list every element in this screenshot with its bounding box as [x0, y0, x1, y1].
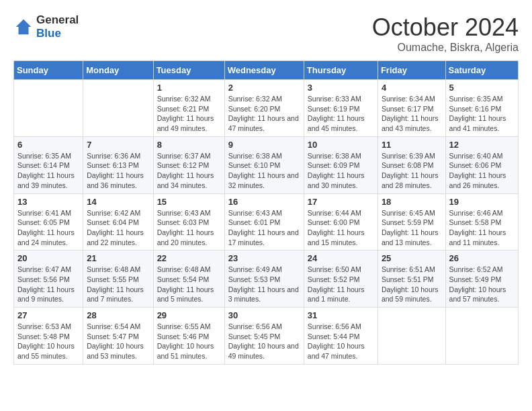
- day-number: 12: [449, 140, 515, 150]
- calendar-cell: [83, 80, 153, 137]
- day-number: 5: [449, 83, 515, 93]
- day-number: 31: [308, 310, 374, 320]
- day-number: 24: [308, 253, 374, 263]
- calendar-cell: 25Sunrise: 6:51 AM Sunset: 5:51 PM Dayli…: [378, 250, 445, 308]
- calendar-body: 1Sunrise: 6:32 AM Sunset: 6:21 PM Daylig…: [14, 80, 519, 365]
- day-number: 15: [157, 197, 221, 207]
- weekday-header-wednesday: Wednesday: [224, 61, 304, 80]
- calendar-cell: 28Sunrise: 6:54 AM Sunset: 5:47 PM Dayli…: [83, 308, 153, 365]
- location: Oumache, Biskra, Algeria: [372, 42, 519, 54]
- title-area: October 2024 Oumache, Biskra, Algeria: [372, 13, 519, 54]
- day-number: 8: [157, 140, 221, 150]
- day-number: 6: [17, 140, 79, 150]
- day-number: 9: [228, 140, 300, 150]
- day-number: 3: [308, 83, 374, 93]
- day-number: 7: [87, 140, 149, 150]
- day-number: 1: [157, 83, 221, 93]
- day-info: Sunrise: 6:37 AM Sunset: 6:12 PM Dayligh…: [157, 151, 221, 191]
- day-number: 14: [87, 197, 149, 207]
- day-info: Sunrise: 6:56 AM Sunset: 5:45 PM Dayligh…: [228, 322, 300, 361]
- calendar-week-3: 20Sunrise: 6:47 AM Sunset: 5:56 PM Dayli…: [14, 250, 519, 308]
- day-info: Sunrise: 6:43 AM Sunset: 6:03 PM Dayligh…: [157, 208, 221, 248]
- day-info: Sunrise: 6:56 AM Sunset: 5:44 PM Dayligh…: [308, 322, 374, 361]
- day-info: Sunrise: 6:48 AM Sunset: 5:54 PM Dayligh…: [157, 265, 221, 304]
- day-number: 17: [308, 197, 374, 207]
- calendar-cell: 29Sunrise: 6:55 AM Sunset: 5:46 PM Dayli…: [153, 308, 224, 365]
- calendar-cell: 22Sunrise: 6:48 AM Sunset: 5:54 PM Dayli…: [153, 250, 224, 308]
- weekday-header-friday: Friday: [378, 61, 445, 80]
- day-info: Sunrise: 6:39 AM Sunset: 6:08 PM Dayligh…: [382, 151, 442, 191]
- day-number: 23: [228, 253, 300, 263]
- weekday-header-saturday: Saturday: [445, 61, 518, 80]
- calendar-cell: 26Sunrise: 6:52 AM Sunset: 5:49 PM Dayli…: [445, 250, 518, 308]
- calendar-week-2: 13Sunrise: 6:41 AM Sunset: 6:05 PM Dayli…: [14, 193, 519, 250]
- day-number: 28: [87, 310, 149, 320]
- calendar-cell: 21Sunrise: 6:48 AM Sunset: 5:55 PM Dayli…: [83, 250, 153, 308]
- weekday-header-row: SundayMondayTuesdayWednesdayThursdayFrid…: [14, 61, 519, 80]
- calendar-cell: 10Sunrise: 6:38 AM Sunset: 6:09 PM Dayli…: [304, 136, 378, 193]
- day-number: 29: [157, 310, 221, 320]
- day-number: 26: [449, 253, 515, 263]
- day-info: Sunrise: 6:50 AM Sunset: 5:52 PM Dayligh…: [308, 265, 374, 304]
- weekday-header-monday: Monday: [83, 61, 153, 80]
- day-number: 18: [382, 197, 442, 207]
- day-info: Sunrise: 6:52 AM Sunset: 5:49 PM Dayligh…: [449, 265, 515, 304]
- calendar-cell: 5Sunrise: 6:35 AM Sunset: 6:16 PM Daylig…: [445, 80, 518, 137]
- calendar: SundayMondayTuesdayWednesdayThursdayFrid…: [13, 60, 519, 365]
- day-number: 19: [449, 197, 515, 207]
- calendar-cell: 14Sunrise: 6:42 AM Sunset: 6:04 PM Dayli…: [83, 193, 153, 250]
- calendar-cell: 2Sunrise: 6:32 AM Sunset: 6:20 PM Daylig…: [224, 80, 304, 137]
- day-info: Sunrise: 6:41 AM Sunset: 6:05 PM Dayligh…: [17, 208, 79, 248]
- calendar-week-0: 1Sunrise: 6:32 AM Sunset: 6:21 PM Daylig…: [14, 80, 519, 137]
- calendar-cell: 24Sunrise: 6:50 AM Sunset: 5:52 PM Dayli…: [304, 250, 378, 308]
- calendar-week-1: 6Sunrise: 6:35 AM Sunset: 6:14 PM Daylig…: [14, 136, 519, 193]
- day-info: Sunrise: 6:43 AM Sunset: 6:01 PM Dayligh…: [228, 208, 300, 248]
- page-header: General Blue October 2024 Oumache, Biskr…: [13, 13, 519, 54]
- day-info: Sunrise: 6:55 AM Sunset: 5:46 PM Dayligh…: [157, 322, 221, 361]
- calendar-cell: [14, 80, 83, 137]
- day-info: Sunrise: 6:51 AM Sunset: 5:51 PM Dayligh…: [382, 265, 442, 304]
- calendar-cell: 8Sunrise: 6:37 AM Sunset: 6:12 PM Daylig…: [153, 136, 224, 193]
- day-info: Sunrise: 6:35 AM Sunset: 6:14 PM Dayligh…: [17, 151, 79, 191]
- calendar-cell: 27Sunrise: 6:53 AM Sunset: 5:48 PM Dayli…: [14, 308, 83, 365]
- day-info: Sunrise: 6:36 AM Sunset: 6:13 PM Dayligh…: [87, 151, 149, 191]
- calendar-cell: 6Sunrise: 6:35 AM Sunset: 6:14 PM Daylig…: [14, 136, 83, 193]
- day-info: Sunrise: 6:38 AM Sunset: 6:10 PM Dayligh…: [228, 151, 300, 191]
- day-info: Sunrise: 6:34 AM Sunset: 6:17 PM Dayligh…: [382, 94, 442, 134]
- day-number: 16: [228, 197, 300, 207]
- day-info: Sunrise: 6:38 AM Sunset: 6:09 PM Dayligh…: [308, 151, 374, 191]
- calendar-cell: 12Sunrise: 6:40 AM Sunset: 6:06 PM Dayli…: [445, 136, 518, 193]
- day-info: Sunrise: 6:44 AM Sunset: 6:00 PM Dayligh…: [308, 208, 374, 248]
- month-title: October 2024: [372, 13, 519, 42]
- day-info: Sunrise: 6:54 AM Sunset: 5:47 PM Dayligh…: [87, 322, 149, 361]
- calendar-cell: 23Sunrise: 6:49 AM Sunset: 5:53 PM Dayli…: [224, 250, 304, 308]
- svg-marker-0: [16, 19, 32, 35]
- day-info: Sunrise: 6:47 AM Sunset: 5:56 PM Dayligh…: [17, 265, 79, 304]
- calendar-week-4: 27Sunrise: 6:53 AM Sunset: 5:48 PM Dayli…: [14, 308, 519, 365]
- weekday-header-thursday: Thursday: [304, 61, 378, 80]
- day-info: Sunrise: 6:32 AM Sunset: 6:20 PM Dayligh…: [228, 94, 300, 134]
- calendar-cell: 15Sunrise: 6:43 AM Sunset: 6:03 PM Dayli…: [153, 193, 224, 250]
- day-info: Sunrise: 6:33 AM Sunset: 6:19 PM Dayligh…: [308, 94, 374, 134]
- day-number: 4: [382, 83, 442, 93]
- calendar-cell: [445, 308, 518, 365]
- day-info: Sunrise: 6:46 AM Sunset: 5:58 PM Dayligh…: [449, 208, 515, 248]
- day-number: 2: [228, 83, 300, 93]
- day-info: Sunrise: 6:32 AM Sunset: 6:21 PM Dayligh…: [157, 94, 221, 134]
- calendar-cell: 9Sunrise: 6:38 AM Sunset: 6:10 PM Daylig…: [224, 136, 304, 193]
- day-number: 20: [17, 253, 79, 263]
- day-number: 30: [228, 310, 300, 320]
- logo-blue: Blue: [36, 27, 79, 40]
- day-number: 13: [17, 197, 79, 207]
- day-number: 27: [17, 310, 79, 320]
- calendar-cell: 4Sunrise: 6:34 AM Sunset: 6:17 PM Daylig…: [378, 80, 445, 137]
- calendar-cell: 19Sunrise: 6:46 AM Sunset: 5:58 PM Dayli…: [445, 193, 518, 250]
- day-info: Sunrise: 6:53 AM Sunset: 5:48 PM Dayligh…: [17, 322, 79, 361]
- calendar-cell: 16Sunrise: 6:43 AM Sunset: 6:01 PM Dayli…: [224, 193, 304, 250]
- day-info: Sunrise: 6:42 AM Sunset: 6:04 PM Dayligh…: [87, 208, 149, 248]
- calendar-cell: 13Sunrise: 6:41 AM Sunset: 6:05 PM Dayli…: [14, 193, 83, 250]
- day-info: Sunrise: 6:45 AM Sunset: 5:59 PM Dayligh…: [382, 208, 442, 248]
- logo-text: General Blue: [36, 13, 79, 41]
- calendar-cell: 7Sunrise: 6:36 AM Sunset: 6:13 PM Daylig…: [83, 136, 153, 193]
- calendar-cell: 1Sunrise: 6:32 AM Sunset: 6:21 PM Daylig…: [153, 80, 224, 137]
